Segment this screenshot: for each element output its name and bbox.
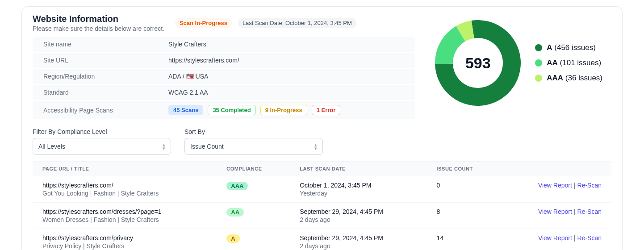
action-separator: | bbox=[574, 208, 576, 215]
info-row-region: Region/Regulation ADA / 🇺🇸 USA bbox=[33, 69, 415, 84]
chevron-up-down-icon: ▴▾ bbox=[314, 143, 317, 150]
legend-count: (101 issues) bbox=[560, 58, 602, 67]
row-page-title: Women Dresses | Fashion | Style Crafters bbox=[42, 216, 207, 223]
legend-label: AAA bbox=[547, 74, 563, 82]
label-site-name: Site name bbox=[43, 41, 168, 48]
label-region: Region/Regulation bbox=[43, 73, 168, 80]
row-date-relative: 2 days ago bbox=[300, 216, 417, 223]
filter-compliance-label: Filter By Compliance Level bbox=[33, 128, 171, 135]
view-report-link[interactable]: View Report bbox=[538, 208, 572, 215]
legend-count: (456 issues) bbox=[554, 43, 596, 52]
badge-error-scans: 1 Error bbox=[312, 105, 341, 115]
value-region: ADA / 🇺🇸 USA bbox=[168, 73, 208, 80]
label-site-url: Site URL bbox=[43, 57, 168, 64]
row-url: https://stylescrafters.com/dresses/?page… bbox=[42, 208, 207, 215]
info-row-site-url: Site URL https://stylescrafters.com/ bbox=[33, 53, 415, 68]
legend-label: AA bbox=[547, 58, 558, 67]
row-date-relative: 2 days ago bbox=[300, 242, 417, 250]
legend-label: A bbox=[547, 43, 552, 52]
row-page-title: Got You Looking | Fashion | Style Crafte… bbox=[42, 190, 207, 197]
filter-sort-value: Issue Count bbox=[190, 143, 224, 150]
filter-sort-label: Sort By bbox=[184, 128, 323, 135]
badge-total-scans: 45 Scans bbox=[168, 105, 203, 115]
table-row: https://stylescrafters.com/Got You Looki… bbox=[33, 176, 611, 203]
table-row: https://stylescrafters.com/dresses/?page… bbox=[33, 203, 611, 229]
compliance-pill: A bbox=[226, 234, 239, 243]
filter-compliance-value: All Levels bbox=[38, 143, 65, 150]
row-url: https://stylescrafters.com/privacy bbox=[42, 234, 207, 242]
row-date: September 29, 2024, 4:45 PM bbox=[300, 234, 417, 242]
region-text: ADA / 🇺🇸 USA bbox=[168, 73, 208, 80]
row-issue-count: 14 bbox=[427, 229, 501, 250]
header: Website Information Please make sure the… bbox=[33, 14, 415, 32]
row-page-title: Privacy Policy | Style Crafters bbox=[42, 242, 207, 250]
row-url: https://stylescrafters.com/ bbox=[42, 182, 207, 189]
scan-status-badge: Scan In-Progress bbox=[175, 18, 232, 28]
info-row-standard: Standard WCAG 2.1 AA bbox=[33, 85, 415, 100]
view-report-link[interactable]: View Report bbox=[538, 234, 572, 242]
row-date: September 29, 2024, 4:45 PM bbox=[300, 208, 417, 215]
chart-legend: A (456 issues)AA (101 issues)AAA (36 iss… bbox=[535, 43, 602, 83]
rescan-link[interactable]: Re-Scan bbox=[577, 182, 602, 189]
label-scans: Accessibility Page Scans bbox=[43, 107, 168, 114]
value-standard: WCAG 2.1 AA bbox=[168, 89, 208, 96]
pages-table: Page URL / Title Compliance Last Scan Da… bbox=[33, 161, 611, 250]
swatch-icon bbox=[535, 44, 542, 51]
compliance-pill: AA bbox=[226, 208, 244, 217]
action-separator: | bbox=[574, 234, 576, 242]
row-issue-count: 0 bbox=[427, 176, 501, 203]
info-row-scans: Accessibility Page Scans 45 Scans 35 Com… bbox=[33, 101, 415, 119]
rescan-link[interactable]: Re-Scan bbox=[577, 234, 602, 242]
th-last-scan: Last Scan Date bbox=[290, 162, 427, 176]
view-report-link[interactable]: View Report bbox=[538, 182, 572, 189]
rescan-link[interactable]: Re-Scan bbox=[577, 208, 602, 215]
legend-item-a: A (456 issues) bbox=[535, 43, 602, 52]
legend-item-aaa: AAA (36 issues) bbox=[535, 74, 602, 83]
filter-sort-select[interactable]: Issue Count ▴▾ bbox=[184, 138, 323, 155]
action-separator: | bbox=[574, 182, 576, 189]
label-standard: Standard bbox=[43, 89, 168, 96]
chevron-up-down-icon: ▴▾ bbox=[163, 143, 165, 150]
legend-count: (36 issues) bbox=[565, 74, 602, 82]
info-row-site-name: Site name Style Crafters bbox=[33, 37, 415, 52]
page-subtitle: Please make sure the details below are c… bbox=[33, 25, 164, 32]
website-info-card: Website Information Please make sure the… bbox=[21, 6, 623, 250]
donut-total: 593 bbox=[433, 18, 523, 108]
swatch-icon bbox=[535, 75, 542, 82]
value-site-url: https://stylescrafters.com/ bbox=[168, 57, 239, 64]
page-title: Website Information bbox=[33, 14, 164, 24]
swatch-icon bbox=[535, 59, 542, 67]
legend-item-aa: AA (101 issues) bbox=[535, 58, 602, 67]
th-url: Page URL / Title bbox=[33, 162, 217, 176]
value-site-name: Style Crafters bbox=[168, 41, 206, 48]
badge-completed-scans: 35 Completed bbox=[208, 105, 255, 115]
filter-compliance-select[interactable]: All Levels ▴▾ bbox=[33, 138, 171, 155]
row-issue-count: 8 bbox=[427, 203, 501, 229]
table-row: https://stylescrafters.com/privacyPrivac… bbox=[33, 229, 611, 250]
row-date: October 1, 2024, 3:45 PM bbox=[300, 182, 417, 189]
row-date-relative: Yesterday bbox=[300, 190, 417, 197]
compliance-pill: AAA bbox=[226, 182, 248, 190]
issues-chart: 593 A (456 issues)AA (101 issues)AAA (36… bbox=[433, 14, 611, 112]
th-compliance: Compliance bbox=[217, 162, 290, 176]
badge-inprogress-scans: 9 In-Progress bbox=[260, 105, 307, 115]
th-issues: Issue Count bbox=[427, 162, 501, 176]
last-scan-badge: Last Scan Date: October 1, 2024, 3:45 PM bbox=[238, 18, 356, 28]
